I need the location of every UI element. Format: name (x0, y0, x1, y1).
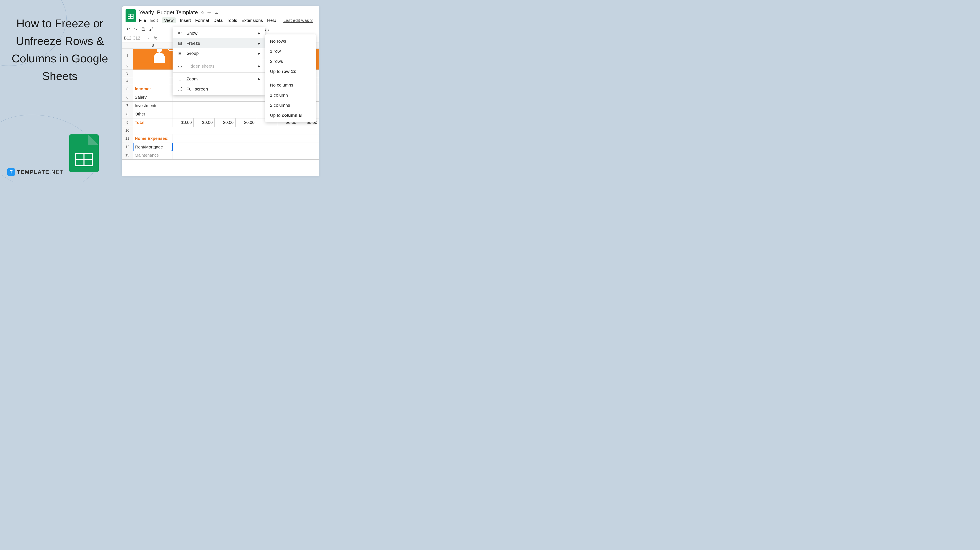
submenu-arrow-icon: ▶ (258, 64, 260, 68)
menubar: File Edit View Insert Format Data Tools … (139, 18, 313, 23)
row-header[interactable]: 10 (122, 127, 133, 134)
document-title[interactable]: Yearly_Budget Template (139, 9, 198, 16)
cloud-icon[interactable]: ☁ (214, 10, 218, 15)
brand-icon: T (7, 168, 15, 176)
budget-person-icon: $ (148, 49, 171, 63)
row-header[interactable]: 12 (122, 143, 133, 151)
zoom-icon: ⊕ (177, 77, 183, 81)
menu-item-fullscreen[interactable]: ⛶Full screen (173, 84, 265, 94)
menu-item-zoom[interactable]: ⊕Zoom▶ (173, 74, 265, 84)
freeze-icon: ▦ (177, 41, 183, 46)
freeze-2-columns[interactable]: 2 columns (266, 100, 316, 110)
selected-cell[interactable]: Rent/Mortgage (133, 143, 173, 151)
fullscreen-icon: ⛶ (177, 87, 183, 92)
paint-format-button[interactable]: 🖌 (149, 27, 153, 32)
freeze-up-to-column[interactable]: Up to column B (266, 110, 316, 120)
row-header[interactable]: 5 (122, 85, 133, 93)
sheets-icon: ▭ (177, 64, 183, 69)
submenu-arrow-icon: ▶ (258, 32, 260, 35)
row-header[interactable]: 8 (122, 110, 133, 118)
cell[interactable]: Home Expenses: (133, 134, 173, 143)
row-header[interactable]: 6 (122, 93, 133, 102)
row-header[interactable]: 7 (122, 102, 133, 110)
menu-tools[interactable]: Tools (227, 18, 237, 23)
submenu-arrow-icon: ▶ (258, 52, 260, 55)
last-edit-link[interactable]: Last edit was 3 (283, 18, 313, 23)
cell[interactable]: Other (133, 110, 173, 118)
cell[interactable]: $0.00 (235, 118, 256, 127)
submenu-arrow-icon: ▶ (258, 41, 260, 45)
menu-separator (173, 72, 265, 73)
eye-icon: 👁 (177, 31, 183, 36)
freeze-no-rows[interactable]: No rows (266, 36, 316, 46)
menu-edit[interactable]: Edit (150, 18, 158, 23)
menu-item-hidden-sheets: ▭Hidden sheets▶ (173, 61, 265, 71)
freeze-1-column[interactable]: 1 column (266, 90, 316, 100)
star-icon[interactable]: ☆ (201, 10, 204, 15)
row-header[interactable]: 1 (122, 49, 133, 63)
sheets-logo-large (69, 134, 99, 172)
sheets-window: Yearly_Budget Template ☆ ⇨ ☁ File Edit V… (122, 6, 319, 176)
row-header[interactable]: 2 (122, 63, 133, 70)
italic-button[interactable]: I (268, 27, 270, 32)
redo-button[interactable]: ↷ (134, 27, 137, 32)
freeze-2-rows[interactable]: 2 rows (266, 56, 316, 66)
freeze-1-row[interactable]: 1 row (266, 46, 316, 56)
freeze-no-columns[interactable]: No columns (266, 80, 316, 90)
cell[interactable]: Salary (133, 93, 173, 102)
row-header[interactable]: 9 (122, 118, 133, 127)
menu-item-freeze[interactable]: ▦Freeze▶ (173, 38, 265, 48)
row-header[interactable]: 11 (122, 134, 133, 143)
freeze-up-to-row[interactable]: Up to row 12 (266, 66, 316, 77)
row-header[interactable]: 4 (122, 77, 133, 85)
name-box[interactable]: B12:C12 ▾ (122, 34, 151, 42)
group-icon: ⊞ (177, 51, 183, 56)
menu-view[interactable]: View (162, 18, 176, 23)
submenu-arrow-icon: ▶ (258, 77, 260, 81)
cell[interactable]: Income: (133, 85, 173, 93)
menu-separator (266, 78, 316, 78)
menu-item-group[interactable]: ⊞Group▶ (173, 48, 265, 58)
menu-item-show[interactable]: 👁Show▶ (173, 28, 265, 38)
menu-help[interactable]: Help (267, 18, 276, 23)
cell[interactable]: $0.00 (194, 118, 215, 127)
menu-extensions[interactable]: Extensions (242, 18, 263, 23)
undo-button[interactable]: ↶ (126, 27, 130, 32)
menu-data[interactable]: Data (213, 18, 223, 23)
cell[interactable] (173, 151, 319, 159)
print-button[interactable]: 🖶 (141, 27, 145, 32)
row-header[interactable]: 13 (122, 151, 133, 159)
brand-text: TEMPLATE.NET (17, 169, 64, 175)
select-all-corner[interactable] (122, 42, 133, 49)
dropdown-arrow-icon[interactable]: ▾ (148, 37, 149, 40)
brand-footer: T TEMPLATE.NET (7, 168, 64, 176)
view-menu-dropdown: 👁Show▶ ▦Freeze▶ ⊞Group▶ ▭Hidden sheets▶ … (173, 27, 265, 95)
menu-file[interactable]: File (139, 18, 146, 23)
column-header-b[interactable]: B (133, 42, 173, 49)
cell[interactable]: $0.00 (215, 118, 235, 127)
cell[interactable]: $ (133, 49, 173, 63)
cell[interactable]: $0.00 (173, 118, 194, 127)
cell[interactable] (173, 134, 319, 143)
row-header[interactable]: 3 (122, 70, 133, 77)
name-box-value: B12:C12 (124, 36, 140, 40)
menu-insert[interactable]: Insert (180, 18, 191, 23)
cell[interactable]: Maintenance (133, 151, 173, 159)
cell[interactable]: Investments (133, 102, 173, 110)
cell[interactable] (133, 127, 319, 134)
page-title: How to Freeze or Unfreeze Rows & Columns… (10, 15, 110, 85)
freeze-submenu: No rows 1 row 2 rows Up to row 12 No col… (266, 34, 316, 122)
sheets-logo-icon[interactable] (126, 9, 135, 22)
move-icon[interactable]: ⇨ (207, 10, 211, 15)
menu-format[interactable]: Format (195, 18, 209, 23)
cell[interactable]: Total (133, 118, 173, 127)
cell[interactable] (173, 143, 319, 151)
formula-bar-fx: fx (151, 34, 159, 42)
